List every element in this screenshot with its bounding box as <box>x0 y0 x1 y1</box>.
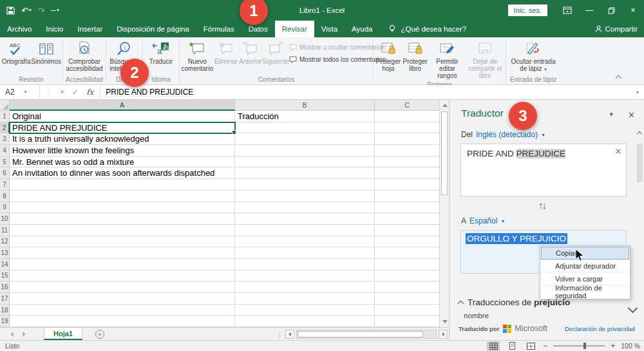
to-language-caret-icon[interactable]: ▼ <box>500 219 505 223</box>
cell-A13[interactable] <box>10 247 235 259</box>
redo-button[interactable]: ↷ <box>37 6 44 15</box>
customize-qat-icon[interactable]: ▾ <box>51 8 59 13</box>
scroll-up-icon[interactable] <box>442 104 448 107</box>
hide-ink-dropdown-icon[interactable]: ▾ <box>544 67 547 71</box>
cell-B18[interactable] <box>235 305 375 316</box>
cell-C3[interactable] <box>375 133 439 145</box>
cell-C18[interactable] <box>375 305 439 316</box>
new-sheet-button[interactable]: + <box>95 330 104 339</box>
row-header-3[interactable]: 3 <box>0 133 10 145</box>
page-layout-view-button[interactable] <box>506 341 518 351</box>
row-header-14[interactable]: 14 <box>0 259 10 270</box>
cell-A19[interactable] <box>10 316 235 327</box>
sign-in-button[interactable]: Inic. ses. <box>508 5 547 16</box>
expand-formula-bar-icon[interactable]: ▾ <box>636 90 639 95</box>
zoom-out-button[interactable]: − <box>543 341 547 350</box>
cell-A7[interactable] <box>10 179 235 191</box>
cell-A6[interactable]: An invitation to dinner was soon afterwa… <box>10 167 235 179</box>
menu-item-adjuntar-depurador[interactable]: Adjuntar depurador <box>541 260 629 272</box>
menu-item-copiar[interactable]: Copiar <box>541 247 629 260</box>
zoom-in-button[interactable]: + <box>611 341 615 350</box>
vertical-scrollbar[interactable] <box>439 100 449 327</box>
unshare-workbook-button[interactable]: Dejar de compartir el libro <box>466 38 504 80</box>
row-header-19[interactable]: 19 <box>0 316 10 327</box>
horizontal-scrollbar[interactable] <box>296 330 437 339</box>
hscroll-left-button[interactable] <box>285 330 294 339</box>
show-all-comments-button[interactable]: Mostrar todos los comentarios <box>289 54 372 65</box>
cell-A8[interactable] <box>10 191 235 202</box>
cell-A17[interactable] <box>10 293 235 305</box>
cell-B8[interactable] <box>235 191 375 202</box>
clear-source-icon[interactable]: ✕ <box>615 147 621 156</box>
row-header-8[interactable]: 8 <box>0 191 10 202</box>
cell-C8[interactable] <box>375 191 439 202</box>
cell-C9[interactable] <box>375 202 439 214</box>
cell-B3[interactable] <box>235 133 375 145</box>
column-header-A[interactable]: A <box>10 100 235 111</box>
row-header-15[interactable]: 15 <box>0 270 10 282</box>
cell-C15[interactable] <box>375 270 439 282</box>
cell-A10[interactable] <box>10 213 235 225</box>
row-header-7[interactable]: 7 <box>0 179 10 191</box>
cell-C7[interactable] <box>375 179 439 191</box>
row-header-17[interactable]: 17 <box>0 293 10 305</box>
vertical-scroll-thumb[interactable] <box>441 111 448 195</box>
translate-button[interactable]: aあ Traducir <box>145 38 177 75</box>
tab-disposicion[interactable]: Disposición de página <box>109 21 196 37</box>
from-language-dropdown[interactable]: Inglés (detectado) <box>476 130 538 139</box>
swap-languages-icon[interactable]: ↑↓ <box>538 200 545 211</box>
hscroll-right-button[interactable] <box>439 330 448 339</box>
cell-B17[interactable] <box>235 293 375 305</box>
row-header-5[interactable]: 5 <box>0 157 10 168</box>
tab-vista[interactable]: Vista <box>314 21 345 37</box>
row-header-11[interactable]: 11 <box>0 225 10 236</box>
to-language-dropdown[interactable]: Español <box>469 216 497 225</box>
pane-scroll-down-icon[interactable] <box>628 303 638 314</box>
thesaurus-button[interactable]: Sinónimos <box>31 38 61 75</box>
row-header-2[interactable]: 2 <box>0 122 10 134</box>
cell-C4[interactable] <box>375 145 439 157</box>
cell-B13[interactable] <box>235 247 375 259</box>
undo-button[interactable]: ↶▾ <box>21 6 31 15</box>
pane-scroll-thumb[interactable] <box>637 144 643 182</box>
splitter-handle[interactable]: ⋮ <box>276 331 283 338</box>
horizontal-scroll-thumb[interactable] <box>298 331 423 337</box>
page-break-view-button[interactable] <box>524 341 537 351</box>
cell-A14[interactable] <box>10 259 235 270</box>
cell-B14[interactable] <box>235 259 375 270</box>
cell-B15[interactable] <box>235 270 375 282</box>
sheet-nav-left-icon[interactable] <box>10 332 14 337</box>
insert-function-icon[interactable]: fx <box>86 88 93 97</box>
name-box-dropdown-icon[interactable]: ▾ <box>24 90 27 95</box>
cell-C14[interactable] <box>375 259 439 270</box>
cell-A16[interactable] <box>10 281 235 293</box>
column-header-B[interactable]: B <box>235 100 375 110</box>
row-header-4[interactable]: 4 <box>0 145 10 157</box>
cell-C11[interactable] <box>375 225 439 236</box>
save-icon[interactable] <box>6 6 15 15</box>
normal-view-button[interactable] <box>487 341 500 351</box>
spelling-button[interactable]: ABC Ortografía <box>1 38 31 75</box>
cell-B10[interactable] <box>235 213 375 225</box>
tab-revisar[interactable]: Revisar <box>275 21 314 37</box>
menu-item-informacion-seguridad[interactable]: Información de seguridad <box>541 285 629 298</box>
cell-B9[interactable] <box>235 202 375 214</box>
minimize-button[interactable]: — <box>578 0 600 21</box>
cell-A5[interactable]: Mr. Bennet was so odd a mixture <box>10 157 235 168</box>
cell-A11[interactable] <box>10 225 235 236</box>
tab-inicio[interactable]: Inicio <box>39 21 70 37</box>
name-box[interactable]: A2 ▾ <box>0 85 40 99</box>
cell-C1[interactable] <box>375 111 439 122</box>
cell-A3[interactable]: It is a truth universally acknowledged <box>10 133 235 145</box>
cell-C19[interactable] <box>375 316 439 327</box>
cell-B5[interactable] <box>235 157 375 168</box>
close-button[interactable]: × <box>622 0 644 21</box>
cell-A4[interactable]: However little known the feelings <box>10 145 235 157</box>
cell-A2[interactable]: PRIDE AND PREJUDICE <box>10 122 235 134</box>
row-header-9[interactable]: 9 <box>0 202 10 214</box>
scroll-down-icon[interactable] <box>442 320 448 323</box>
zoom-level[interactable]: 100 % <box>621 342 640 350</box>
pane-options-dropdown-icon[interactable]: ▾ <box>609 110 613 119</box>
row-header-13[interactable]: 13 <box>0 247 10 259</box>
select-all-corner[interactable] <box>0 100 10 110</box>
